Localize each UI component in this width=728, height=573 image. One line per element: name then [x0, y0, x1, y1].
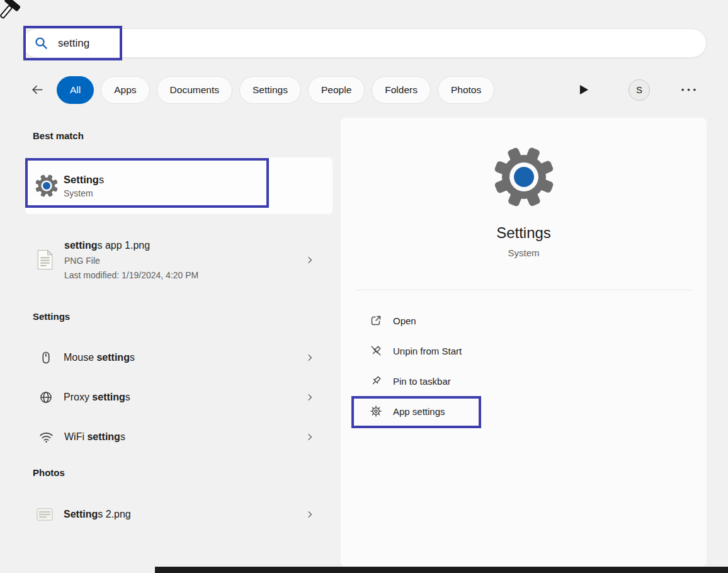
chevron-right-icon[interactable] [305, 392, 315, 402]
action-open[interactable]: Open [341, 305, 707, 336]
result-label: Mouse settings [64, 352, 135, 363]
file-result-settings-app-png[interactable]: settings app 1.png PNG File Last modifie… [25, 230, 333, 290]
png-file-icon [37, 249, 54, 270]
result-label: Settings 2.png [64, 509, 131, 520]
action-label: Unpin from Start [393, 346, 462, 356]
tab-folders[interactable]: Folders [372, 76, 431, 104]
tab-people[interactable]: People [308, 76, 365, 104]
search-bar[interactable]: setting [22, 28, 707, 58]
back-button[interactable] [30, 82, 45, 97]
preview-subtitle: System [341, 247, 707, 258]
tab-settings[interactable]: Settings [239, 76, 301, 104]
result-settings-2-png[interactable]: Settings 2.png [25, 499, 333, 530]
photos-section-header: Photos [33, 467, 65, 478]
file-result-type: PNG File [64, 256, 198, 266]
start-search-panel: setting All Apps Documents Settings Peop… [0, 0, 728, 573]
tab-all[interactable]: All [57, 76, 94, 104]
result-mouse-settings[interactable]: Mouse settings [25, 343, 333, 373]
globe-icon [39, 390, 53, 404]
action-pin-to-taskbar[interactable]: Pin to taskbar [341, 366, 707, 396]
tab-photos[interactable]: Photos [438, 76, 494, 104]
best-match-header: Best match [33, 130, 84, 141]
file-result-title: settings app 1.png [64, 240, 198, 251]
more-options-button[interactable] [681, 88, 697, 92]
action-label: App settings [393, 406, 445, 417]
tab-documents[interactable]: Documents [157, 76, 232, 104]
search-icon [34, 36, 48, 50]
action-label: Open [393, 315, 416, 326]
result-wifi-settings[interactable]: WiFi settings [25, 422, 333, 452]
best-match-result-settings[interactable]: Settings System [25, 157, 333, 214]
mouse-icon [39, 351, 53, 365]
settings-section-header: Settings [33, 311, 70, 322]
settings-gear-icon [35, 174, 58, 197]
filter-tabs-row: All Apps Documents Settings People Folde… [30, 76, 707, 104]
pin-icon [370, 375, 382, 387]
best-match-title: Settings [64, 174, 104, 186]
unpin-icon [370, 344, 382, 357]
gear-outline-icon [370, 405, 382, 417]
action-unpin-from-start[interactable]: Unpin from Start [341, 336, 707, 366]
chevron-right-icon[interactable] [305, 432, 315, 442]
action-app-settings[interactable]: App settings [341, 396, 707, 426]
preview-title: Settings [341, 224, 707, 242]
wifi-icon [39, 431, 54, 443]
chevron-right-icon[interactable] [305, 509, 315, 519]
image-file-icon [37, 508, 53, 521]
search-input[interactable]: setting [58, 37, 89, 50]
hammer-icon [0, 0, 30, 30]
taskbar-edge [155, 567, 728, 573]
play-icon[interactable] [579, 84, 589, 95]
action-label: Pin to taskbar [393, 376, 451, 387]
best-match-subtitle: System [64, 188, 104, 198]
divider [356, 290, 691, 290]
preview-panel: Settings System Open [341, 118, 707, 567]
results-list: Best match Settings System [25, 118, 333, 567]
file-result-modified: Last modified: 1/19/2024, 4:20 PM [64, 270, 198, 280]
open-icon [370, 314, 382, 327]
avatar[interactable]: S [628, 79, 650, 101]
result-proxy-settings[interactable]: Proxy settings [25, 382, 333, 412]
action-list: Open Unpin from Start [341, 305, 707, 426]
result-label: Proxy settings [64, 392, 130, 403]
chevron-right-icon[interactable] [305, 255, 315, 265]
settings-gear-icon-large [494, 147, 554, 207]
chevron-right-icon[interactable] [305, 353, 315, 363]
result-label: WiFi settings [64, 431, 125, 443]
tab-apps[interactable]: Apps [101, 76, 149, 104]
